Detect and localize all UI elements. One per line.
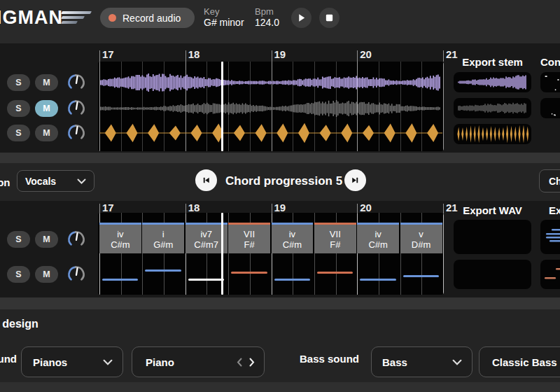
bass-preset-selector[interactable]: Classic Bass xyxy=(479,346,560,377)
convert-thumb-2[interactable] xyxy=(540,98,560,118)
solo-button[interactable]: S xyxy=(7,231,30,248)
logo-wing-icon xyxy=(62,10,92,27)
bar-number: 17 xyxy=(102,48,114,60)
solo-button[interactable]: S xyxy=(7,266,30,283)
export-midi-thumb-2[interactable] xyxy=(540,260,560,289)
export-wav-thumb-2[interactable] xyxy=(454,260,531,289)
piano-category-dropdown[interactable]: Pianos xyxy=(21,346,123,377)
bar-number: 20 xyxy=(360,202,372,214)
stem-waveforms xyxy=(98,62,444,151)
chord-cell[interactable]: iG#m xyxy=(142,225,184,253)
bass-note xyxy=(102,279,138,281)
next-preset-arrow[interactable] xyxy=(249,358,255,367)
volume-knob[interactable] xyxy=(66,99,86,118)
chord-cell[interactable]: ivC#m xyxy=(272,225,314,253)
chord-numeral: iv xyxy=(117,229,123,239)
solo-button[interactable]: S xyxy=(7,100,30,117)
chord-cell[interactable]: ivC#m xyxy=(99,225,141,253)
record-audio-button[interactable]: Record audio xyxy=(100,8,195,28)
export-stem-vocals-thumb[interactable] xyxy=(454,72,531,92)
mute-button[interactable]: M xyxy=(35,266,58,283)
piano-category-value: Pianos xyxy=(33,356,67,368)
play-button[interactable] xyxy=(291,8,312,28)
progression-title: Chord progression 5 xyxy=(225,174,342,188)
export-midi-thumb-1[interactable] xyxy=(540,220,560,254)
top-bar: IGMAN Record audio Key G# minor Bpm 124.… xyxy=(0,0,560,43)
piano-preset-selector[interactable]: Piano xyxy=(132,346,265,377)
stop-button[interactable] xyxy=(319,8,340,28)
chevron-down-icon xyxy=(103,359,113,365)
volume-knob[interactable] xyxy=(66,73,86,92)
bar-tick xyxy=(272,204,272,214)
chord-cell[interactable]: vD#m xyxy=(400,225,442,253)
export-wav-thumb-1[interactable] xyxy=(454,220,531,254)
bass-note xyxy=(231,272,267,274)
previous-progression-button[interactable] xyxy=(195,169,217,191)
previous-preset-arrow[interactable] xyxy=(237,358,242,367)
key-display: Key G# minor xyxy=(204,6,244,29)
chord-cell[interactable]: VIIF# xyxy=(228,225,270,253)
sound-design-section: Sound design Piano sound Pianos Piano Ba… xyxy=(0,309,560,382)
piano-preset-value: Piano xyxy=(146,356,174,368)
chord-name: D#m xyxy=(412,239,430,250)
mute-button[interactable]: M xyxy=(35,74,58,91)
separation-label: Separation xyxy=(0,176,10,188)
bass-note xyxy=(360,279,396,281)
mute-button[interactable]: M xyxy=(35,125,58,141)
bass-preset-value: Classic Bass xyxy=(492,356,557,368)
playhead[interactable] xyxy=(221,62,223,151)
solo-button[interactable]: S xyxy=(7,74,30,91)
export-stem-drums-thumb[interactable] xyxy=(454,124,531,144)
chord-numeral: iv7 xyxy=(200,229,212,239)
chord-cell[interactable]: VIIF# xyxy=(314,225,356,253)
stems-timeline[interactable] xyxy=(98,62,444,151)
bar-number: 21 xyxy=(446,48,458,60)
progression-timeline[interactable]: ivC#miG#miv7C#m7VIIF#ivC#mVIIF#ivC#mvD#m xyxy=(98,213,444,295)
chord-numeral: VII xyxy=(330,229,341,239)
bar-number: 20 xyxy=(360,48,372,60)
next-progression-button[interactable] xyxy=(344,169,366,191)
bar-tick xyxy=(186,50,186,62)
bar-number: 19 xyxy=(274,202,286,214)
bar-tick xyxy=(186,204,186,214)
export-midi-header: Export MIDI xyxy=(549,204,560,216)
solo-button[interactable]: S xyxy=(7,125,30,141)
volume-knob[interactable] xyxy=(66,265,86,284)
record-audio-label: Record audio xyxy=(122,13,181,24)
mute-button[interactable]: M xyxy=(35,100,58,117)
sound-design-heading: Sound design xyxy=(0,318,38,330)
bass-category-dropdown[interactable]: Bass xyxy=(371,346,472,377)
app-window: IGMAN Record audio Key G# minor Bpm 124.… xyxy=(0,0,560,392)
chevron-down-icon xyxy=(77,178,86,184)
app-logo: IGMAN xyxy=(0,7,63,29)
playhead[interactable] xyxy=(221,213,223,295)
bar-number: 19 xyxy=(274,48,286,60)
stem-select-dropdown[interactable]: Vocals xyxy=(17,170,94,192)
chord-name: C#m xyxy=(283,239,302,250)
chord-numeral: v xyxy=(419,229,424,239)
volume-knob[interactable] xyxy=(66,123,86,143)
chord-name: C#m xyxy=(368,239,387,250)
export-stem-other-thumb[interactable] xyxy=(454,98,531,118)
mute-button[interactable]: M xyxy=(35,231,58,248)
progression-section: SMSM ivC#miG#miv7C#m7VIIF#ivC#mVIIF#ivC#… xyxy=(0,201,560,298)
bass-note xyxy=(188,279,224,281)
bar-number: 17 xyxy=(102,202,114,214)
chord-numeral: iv xyxy=(374,229,381,239)
bar-line xyxy=(443,213,444,295)
bass-sound-label: Bass sound xyxy=(300,353,359,365)
volume-knob[interactable] xyxy=(66,230,86,249)
key-value: G# minor xyxy=(204,17,244,29)
bar-number: 18 xyxy=(188,48,200,60)
bar-tick xyxy=(443,50,444,62)
chord-name: F# xyxy=(330,239,340,250)
piano-sound-label: Piano sound xyxy=(0,353,17,365)
chord-numeral: i xyxy=(162,229,164,239)
bass-note xyxy=(317,272,353,274)
convert-thumb-1[interactable] xyxy=(540,72,560,92)
skip-previous-icon xyxy=(200,174,212,186)
chords-button[interactable]: Chords xyxy=(539,169,560,192)
chord-name: C#m xyxy=(111,239,130,250)
chord-cell[interactable]: ivC#m xyxy=(357,225,399,253)
export-stem-header: Export stem xyxy=(454,56,531,68)
